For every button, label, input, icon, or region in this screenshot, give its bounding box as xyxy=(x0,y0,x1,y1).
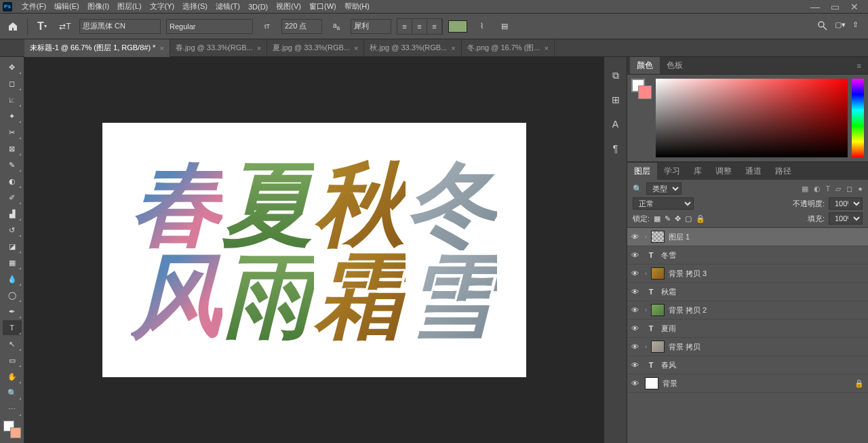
character-panel-icon[interactable]: ▤ xyxy=(496,18,513,35)
libraries-tab[interactable]: 库 xyxy=(687,163,709,180)
chevron-icon[interactable]: › xyxy=(645,233,647,240)
eyedropper-tool[interactable]: ✎ xyxy=(3,157,22,172)
home-button[interactable] xyxy=(4,18,22,35)
doc-tab-0[interactable]: 未标题-1 @ 66.7% (图层 1, RGB/8#) *× xyxy=(24,39,170,57)
tab-close-icon[interactable]: × xyxy=(451,44,455,52)
menu-help[interactable]: 帮助(H) xyxy=(340,0,374,13)
edit-toolbar[interactable]: ⋯ xyxy=(3,402,22,417)
filter-type-icon[interactable]: T xyxy=(826,185,831,193)
marquee-tool[interactable]: ◻ xyxy=(3,76,22,91)
learn-tab[interactable]: 学习 xyxy=(657,163,687,180)
doc-tab-2[interactable]: 夏.jpg @ 33.3%(RGB...× xyxy=(267,39,364,57)
color-fgbg[interactable] xyxy=(631,79,652,157)
lock-transparency-icon[interactable]: ▦ xyxy=(654,214,660,223)
bg-swatch[interactable] xyxy=(638,85,652,99)
color-swatches[interactable] xyxy=(3,421,21,438)
layer-row[interactable]: 👁›图层 1 xyxy=(627,228,868,246)
color-tab[interactable]: 颜色 xyxy=(630,57,660,74)
tab-close-icon[interactable]: × xyxy=(159,44,163,52)
antialias-select[interactable] xyxy=(351,19,391,34)
paragraph-icon[interactable]: ¶ xyxy=(608,141,623,156)
move-tool[interactable]: ✥ xyxy=(3,60,22,75)
properties-icon[interactable]: ⊞ xyxy=(608,92,623,107)
hue-slider[interactable] xyxy=(852,79,864,157)
character-icon[interactable]: A xyxy=(608,117,623,132)
path-select-tool[interactable]: ↖ xyxy=(3,336,22,351)
font-size-select[interactable] xyxy=(281,19,322,34)
color-field[interactable] xyxy=(656,79,848,157)
font-style-select[interactable] xyxy=(166,19,253,34)
history-icon[interactable]: ⧉ xyxy=(608,68,623,83)
workspace-icon[interactable]: ▢▾ xyxy=(835,20,846,33)
fill-select[interactable]: 100% xyxy=(829,212,863,225)
panel-menu-icon[interactable]: ≡ xyxy=(853,62,865,70)
rectangle-tool[interactable]: ▭ xyxy=(3,353,22,368)
visibility-icon[interactable]: 👁 xyxy=(631,361,641,369)
share-icon[interactable]: ⇧ xyxy=(852,20,859,33)
window-maximize-icon[interactable]: ▭ xyxy=(831,1,840,12)
visibility-icon[interactable]: 👁 xyxy=(631,379,641,387)
menu-select[interactable]: 选择(S) xyxy=(178,0,212,13)
layer-row[interactable]: 👁T冬雪 xyxy=(627,246,868,265)
filter-adjust-icon[interactable]: ◐ xyxy=(814,185,821,193)
blend-mode-select[interactable]: 正常 xyxy=(633,197,694,210)
chevron-icon[interactable]: › xyxy=(645,307,647,313)
menu-file[interactable]: 文件(F) xyxy=(18,0,50,13)
visibility-icon[interactable]: 👁 xyxy=(631,343,641,351)
layers-tab[interactable]: 图层 xyxy=(627,163,657,180)
eraser-tool[interactable]: ◪ xyxy=(3,239,22,254)
clone-stamp-tool[interactable]: ▟ xyxy=(3,206,22,221)
chevron-icon[interactable]: › xyxy=(645,270,647,277)
menu-image[interactable]: 图像(I) xyxy=(83,0,113,13)
adjustments-tab[interactable]: 调整 xyxy=(709,163,738,180)
align-center-button[interactable]: ≡ xyxy=(412,19,427,34)
dodge-tool[interactable]: ◯ xyxy=(3,288,22,303)
visibility-icon[interactable]: 👁 xyxy=(631,306,641,314)
text-color-swatch[interactable] xyxy=(448,20,467,33)
zoom-tool[interactable]: 🔍 xyxy=(3,385,22,400)
frame-tool[interactable]: ⊠ xyxy=(3,141,22,156)
layer-row[interactable]: 👁背景🔒 xyxy=(627,374,868,393)
channels-tab[interactable]: 通道 xyxy=(738,163,768,180)
menu-3d[interactable]: 3D(D) xyxy=(244,1,272,12)
swatches-tab[interactable]: 色板 xyxy=(660,57,690,74)
tab-close-icon[interactable]: × xyxy=(545,44,549,52)
lock-position-icon[interactable]: ✥ xyxy=(675,214,681,223)
align-right-button[interactable]: ≡ xyxy=(427,19,442,34)
filter-shape-icon[interactable]: ▱ xyxy=(835,185,841,193)
crop-tool[interactable]: ✂ xyxy=(3,125,22,140)
window-minimize-icon[interactable]: — xyxy=(810,1,820,12)
history-brush-tool[interactable]: ↺ xyxy=(3,223,22,237)
lasso-tool[interactable]: ⟀ xyxy=(3,92,22,107)
lock-artboard-icon[interactable]: ▢ xyxy=(685,214,692,223)
type-tool-icon[interactable]: T▾ xyxy=(33,18,51,35)
warp-text-icon[interactable]: ⌇ xyxy=(473,18,490,35)
doc-tab-3[interactable]: 秋.jpg @ 33.3%(RGB...× xyxy=(364,39,461,57)
visibility-icon[interactable]: 👁 xyxy=(631,288,641,296)
tab-close-icon[interactable]: × xyxy=(354,44,358,52)
filter-pixel-icon[interactable]: ▦ xyxy=(802,185,808,193)
canvas-area[interactable]: 春 夏 秋 冬 风 雨 霜 雪 xyxy=(24,57,604,443)
menu-type[interactable]: 文字(Y) xyxy=(146,0,179,13)
filter-toggle-icon[interactable]: ● xyxy=(858,185,863,193)
visibility-icon[interactable]: 👁 xyxy=(631,251,641,259)
doc-tab-4[interactable]: 冬.png @ 16.7% (图...× xyxy=(462,39,555,57)
brush-tool[interactable]: ✐ xyxy=(3,190,22,205)
layer-filter-select[interactable]: 类型 xyxy=(646,182,682,195)
spot-heal-tool[interactable]: ◐ xyxy=(3,174,22,189)
lock-pixels-icon[interactable]: ✎ xyxy=(665,214,671,223)
chevron-icon[interactable]: › xyxy=(645,343,647,350)
background-color[interactable] xyxy=(10,427,21,438)
menu-edit[interactable]: 编辑(E) xyxy=(50,0,83,13)
tab-close-icon[interactable]: × xyxy=(257,44,261,52)
layer-row[interactable]: 👁›背景 拷贝 2 xyxy=(627,301,868,320)
blur-tool[interactable]: 💧 xyxy=(3,271,22,286)
hand-tool[interactable]: ✋ xyxy=(3,369,22,384)
paths-tab[interactable]: 路径 xyxy=(768,163,798,180)
layer-row[interactable]: 👁T春风 xyxy=(627,356,868,374)
doc-tab-1[interactable]: 春.jpg @ 33.3%(RGB...× xyxy=(170,39,267,57)
menu-filter[interactable]: 滤镜(T) xyxy=(212,0,244,13)
font-family-select[interactable] xyxy=(79,19,161,34)
layer-row[interactable]: 👁T秋霜 xyxy=(627,283,868,301)
visibility-icon[interactable]: 👁 xyxy=(631,269,641,277)
